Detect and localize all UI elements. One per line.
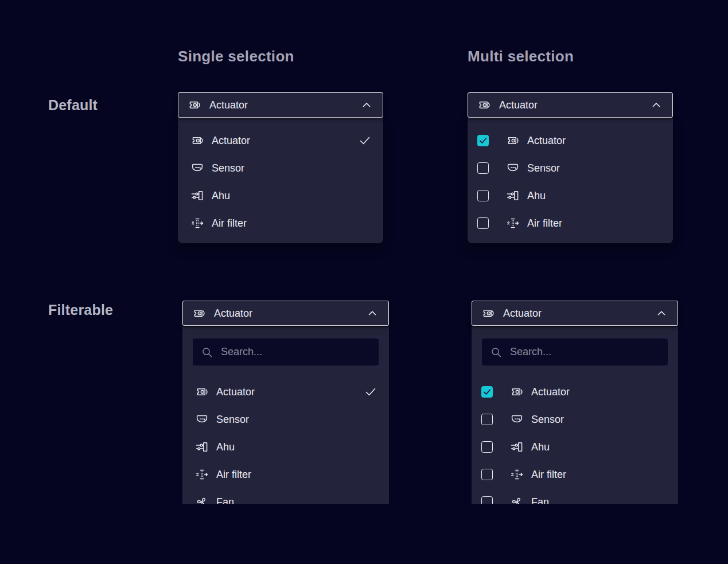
dropdown-clip: Actuator Sensor Ahu Air filter Fa: [182, 326, 389, 504]
actuator-icon: [506, 134, 520, 147]
option-label: Air filter: [531, 469, 566, 481]
actuator-icon: [477, 98, 491, 112]
option-actuator[interactable]: Actuator: [178, 127, 383, 154]
checkbox-ahu[interactable]: [477, 190, 489, 201]
actuator-icon: [190, 134, 204, 147]
option-label: Ahu: [212, 190, 230, 202]
option-actuator[interactable]: Actuator: [472, 378, 678, 406]
air-filter-icon: [195, 468, 209, 481]
select-trigger[interactable]: Actuator: [178, 92, 383, 118]
option-sensor[interactable]: Sensor: [468, 154, 673, 182]
checkbox-ahu[interactable]: [481, 441, 493, 453]
option-label: Actuator: [212, 135, 250, 147]
actuator-icon: [188, 98, 201, 112]
check-icon: [358, 134, 372, 147]
option-label: Fan: [216, 496, 234, 504]
option-label: Actuator: [216, 386, 255, 398]
ahu-icon: [195, 440, 209, 454]
row-label-default: Default: [48, 97, 98, 114]
option-actuator[interactable]: Actuator: [182, 378, 389, 406]
row-label-filterable: Filterable: [48, 302, 113, 318]
column-header-multi-selection: Multi selection: [468, 48, 574, 65]
option-ahu[interactable]: Ahu: [178, 182, 383, 209]
option-label: Sensor: [531, 414, 564, 426]
dropdown-clip: Actuator Sensor Ahu Air filter: [472, 326, 678, 504]
select-value: Actuator: [214, 308, 252, 320]
option-air-filter[interactable]: Air filter: [468, 209, 673, 237]
option-list: Actuator Sensor Ahu Air filter: [472, 378, 678, 504]
option-label: Sensor: [212, 162, 244, 174]
single-default-select: Actuator Actuator Sensor Ahu Air filter: [178, 92, 383, 243]
dropdown-panel: Actuator Sensor Ahu Air filter: [468, 118, 673, 243]
ahu-icon: [190, 189, 204, 203]
actuator-icon: [481, 306, 495, 320]
checkbox-actuator-checked[interactable]: [481, 386, 493, 398]
select-trigger[interactable]: Actuator: [468, 92, 673, 118]
multi-filterable-select: Actuator Actuator Sensor: [472, 301, 678, 504]
checkbox-fan[interactable]: [481, 496, 493, 504]
option-label: Ahu: [527, 190, 546, 202]
select-value: Actuator: [209, 99, 248, 111]
checkbox-sensor[interactable]: [477, 162, 489, 174]
option-sensor[interactable]: Sensor: [472, 406, 678, 433]
option-label: Air filter: [212, 217, 247, 230]
single-filterable-select: Actuator Actuator Sensor: [182, 301, 389, 504]
option-label: Fan: [531, 496, 549, 504]
check-icon: [364, 385, 377, 399]
chevron-up-icon: [655, 306, 668, 320]
checkbox-air-filter[interactable]: [477, 217, 489, 229]
option-ahu[interactable]: Ahu: [468, 182, 673, 209]
search-input[interactable]: [220, 345, 371, 359]
search-icon: [200, 345, 214, 359]
dropdown-panel: Actuator Sensor Ahu Air filter Fa: [182, 326, 389, 504]
select-value: Actuator: [499, 99, 538, 111]
option-sensor[interactable]: Sensor: [178, 154, 383, 182]
option-air-filter[interactable]: Air filter: [472, 461, 678, 488]
checkbox-actuator-checked[interactable]: [477, 135, 489, 146]
actuator-icon: [192, 306, 206, 320]
multi-default-select: Actuator Actuator Sensor Ahu Air filter: [468, 92, 673, 243]
option-label: Sensor: [527, 162, 560, 174]
option-label: Actuator: [531, 386, 570, 398]
option-label: Air filter: [216, 469, 251, 481]
ahu-icon: [510, 440, 524, 454]
select-trigger[interactable]: Actuator: [472, 301, 678, 326]
option-ahu[interactable]: Ahu: [472, 433, 678, 461]
fan-icon: [195, 495, 209, 504]
search-input[interactable]: [509, 345, 660, 359]
search-area: [472, 326, 678, 365]
option-sensor[interactable]: Sensor: [182, 406, 389, 433]
option-air-filter[interactable]: Air filter: [178, 209, 383, 237]
sensor-icon: [190, 161, 204, 175]
fan-icon: [510, 495, 524, 504]
air-filter-icon: [190, 216, 204, 230]
checkbox-sensor[interactable]: [481, 414, 493, 425]
select-trigger[interactable]: Actuator: [182, 301, 389, 326]
option-fan[interactable]: Fan: [182, 488, 389, 504]
search-icon: [489, 345, 503, 359]
option-actuator[interactable]: Actuator: [468, 127, 673, 154]
column-header-single-selection: Single selection: [178, 48, 294, 65]
ahu-icon: [506, 189, 520, 203]
actuator-icon: [195, 385, 209, 399]
sensor-icon: [510, 413, 524, 426]
dropdown-panel: Actuator Sensor Ahu Air filter: [472, 326, 678, 504]
option-label: Sensor: [216, 414, 249, 426]
option-ahu[interactable]: Ahu: [182, 433, 389, 461]
option-fan[interactable]: Fan: [472, 488, 678, 504]
select-value: Actuator: [503, 308, 542, 320]
option-label: Ahu: [531, 441, 550, 453]
search-box[interactable]: [193, 339, 379, 365]
option-label: Air filter: [527, 217, 562, 230]
sensor-icon: [506, 161, 520, 175]
dropdown-panel: Actuator Sensor Ahu Air filter: [178, 118, 383, 243]
option-label: Actuator: [527, 135, 566, 147]
option-air-filter[interactable]: Air filter: [182, 461, 389, 488]
chevron-up-icon: [649, 98, 663, 112]
checkbox-air-filter[interactable]: [481, 469, 493, 480]
search-area: [182, 326, 389, 365]
chevron-up-icon: [360, 98, 373, 112]
air-filter-icon: [506, 216, 520, 230]
actuator-icon: [510, 385, 524, 399]
search-box[interactable]: [482, 339, 668, 365]
